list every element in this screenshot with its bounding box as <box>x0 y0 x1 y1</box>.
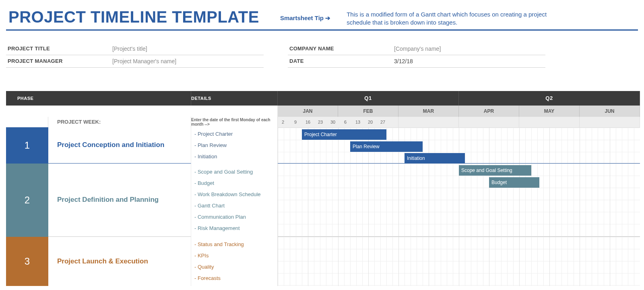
phase-details-2: - Scope and Goal Setting- Budget- Work B… <box>191 164 278 237</box>
month-may: MAY <box>519 106 580 117</box>
col-header-q2: Q2 <box>459 91 640 106</box>
phase-title-2: Project Definition and Planning <box>48 164 191 237</box>
detail-item: - Plan Review <box>194 142 274 148</box>
col-header-details: DETAILS <box>191 91 278 106</box>
meta-label: PROJECT TITLE <box>8 46 112 52</box>
month-apr: APR <box>459 106 519 117</box>
detail-item: - Status and Tracking <box>194 241 274 247</box>
meta-right: COMPANY NAME [Company's name] DATE 3/12/… <box>288 43 545 68</box>
detail-item: - KPIs <box>194 253 274 259</box>
phase-title-1: Project Conception and Initiation <box>48 127 191 164</box>
week-date[interactable]: 16 <box>304 120 312 124</box>
detail-item: - Quality <box>194 264 274 270</box>
meta-value[interactable]: 3/12/18 <box>394 58 413 64</box>
gantt-bar[interactable]: Budget <box>489 177 539 188</box>
detail-item: - Scope and Goal Setting <box>194 169 274 175</box>
detail-item: - Communication Plan <box>194 214 274 220</box>
detail-item: - Initiation <box>194 153 274 160</box>
gantt-bar[interactable]: Plan Review <box>350 141 423 152</box>
phase-details-3: - Status and Tracking- KPIs- Quality- Fo… <box>191 237 278 286</box>
project-week-label: PROJECT WEEK: <box>48 117 191 127</box>
week-dates[interactable]: 291623306132027 <box>278 117 398 127</box>
gantt-area-phase-1[interactable]: Project CharterPlan ReviewInitiation <box>278 127 640 164</box>
meta-row: PROJECT TITLE [Project's title] <box>6 43 264 55</box>
week-instruction: Enter the date of the first Monday of ea… <box>191 117 278 127</box>
week-date[interactable]: 13 <box>354 120 361 124</box>
phase-title-3: Project Launch & Execution <box>48 237 191 286</box>
page-header: PROJECT TIMELINE TEMPLATE Smartsheet Tip… <box>6 4 638 31</box>
gantt-bar[interactable]: Scope and Goal Setting <box>459 165 531 176</box>
week-date[interactable]: 6 <box>342 120 349 124</box>
detail-item: - Gantt Chart <box>194 203 274 209</box>
meta-label: PROJECT MANAGER <box>8 58 112 64</box>
month-feb: FEB <box>338 106 398 117</box>
gantt-area-phase-3[interactable] <box>278 237 640 286</box>
week-date[interactable]: 27 <box>379 120 386 124</box>
col-header-q1: Q1 <box>278 91 459 106</box>
detail-item: - Risk Management <box>194 225 274 231</box>
week-blank <box>6 117 48 127</box>
meta-value[interactable]: [Company's name] <box>394 46 441 52</box>
week-blank[interactable] <box>580 117 640 127</box>
meta-left: PROJECT TITLE [Project's title] PROJECT … <box>6 43 264 68</box>
month-row-blank <box>6 106 278 117</box>
meta-row: COMPANY NAME [Company's name] <box>288 43 545 55</box>
tip-link[interactable]: Smartsheet Tip ➔ <box>280 14 330 22</box>
tip-description: This is a modified form of a Gantt chart… <box>347 10 556 27</box>
meta-value[interactable]: [Project Manager's name] <box>112 58 176 64</box>
week-date[interactable]: 23 <box>317 120 324 124</box>
phase-number-3: 3 <box>6 237 48 286</box>
detail-item: - Work Breakdown Schedule <box>194 191 274 197</box>
detail-item: - Forecasts <box>194 275 274 281</box>
timeline-grid: PHASEDETAILSQ1Q2JANFEBMARAPRMAYJUNPROJEC… <box>6 91 638 286</box>
meta-row: PROJECT MANAGER [Project Manager's name] <box>6 55 264 68</box>
gantt-area-phase-2[interactable]: Scope and Goal SettingBudget <box>278 164 640 237</box>
week-blank[interactable] <box>519 117 580 127</box>
month-jun: JUN <box>580 106 640 117</box>
meta-label: DATE <box>289 58 394 64</box>
week-blank[interactable] <box>459 117 519 127</box>
week-date[interactable]: 2 <box>279 120 287 124</box>
detail-item: - Budget <box>194 180 274 186</box>
meta-label: COMPANY NAME <box>289 46 394 52</box>
month-jan: JAN <box>278 106 338 117</box>
phase-details-1: - Project Charter- Plan Review- Initiati… <box>191 127 278 164</box>
project-meta: PROJECT TITLE [Project's title] PROJECT … <box>6 43 638 68</box>
week-blank[interactable] <box>398 117 459 127</box>
phase-number-1: 1 <box>6 127 48 164</box>
month-mar: MAR <box>398 106 459 117</box>
page-title: PROJECT TIMELINE TEMPLATE <box>8 8 259 26</box>
week-date[interactable]: 9 <box>292 120 299 124</box>
phase-number-2: 2 <box>6 164 48 237</box>
gantt-bar[interactable]: Initiation <box>405 153 465 164</box>
meta-row: DATE 3/12/18 <box>288 55 545 68</box>
col-header-phase: PHASE <box>6 91 191 106</box>
week-date[interactable]: 20 <box>367 120 374 124</box>
week-date[interactable]: 30 <box>329 120 336 124</box>
meta-value[interactable]: [Project's title] <box>112 46 147 52</box>
detail-item: - Project Charter <box>194 131 274 137</box>
gantt-bar[interactable]: Project Charter <box>302 129 386 140</box>
